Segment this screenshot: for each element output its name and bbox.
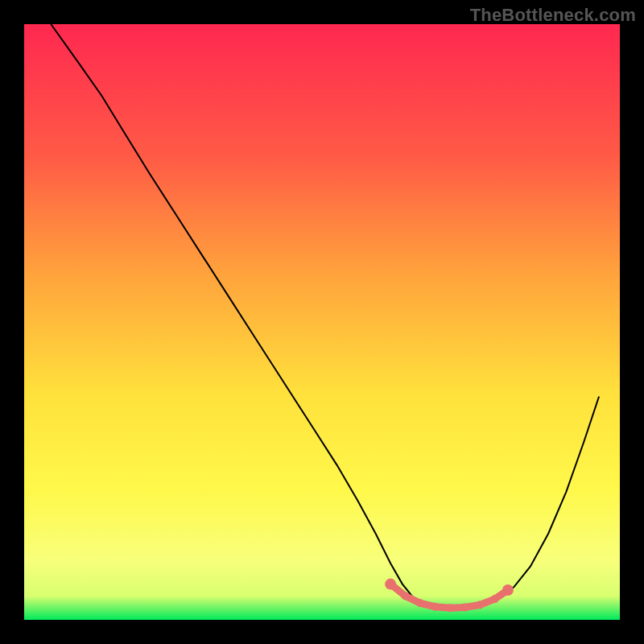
optimal-zone-marker (416, 599, 424, 607)
optimal-zone-marker (461, 604, 469, 612)
optimal-zone-marker (491, 595, 499, 603)
optimal-zone-marker (402, 592, 410, 600)
optimal-zone-marker (446, 604, 454, 612)
optimal-zone-marker (476, 601, 484, 609)
chart-container: TheBottleneck.com (0, 0, 644, 644)
optimal-zone-marker (502, 584, 514, 596)
chart-svg (0, 0, 644, 644)
optimal-zone-marker (431, 603, 440, 611)
optimal-zone-marker (385, 579, 396, 590)
watermark-text: TheBottleneck.com (470, 5, 636, 26)
